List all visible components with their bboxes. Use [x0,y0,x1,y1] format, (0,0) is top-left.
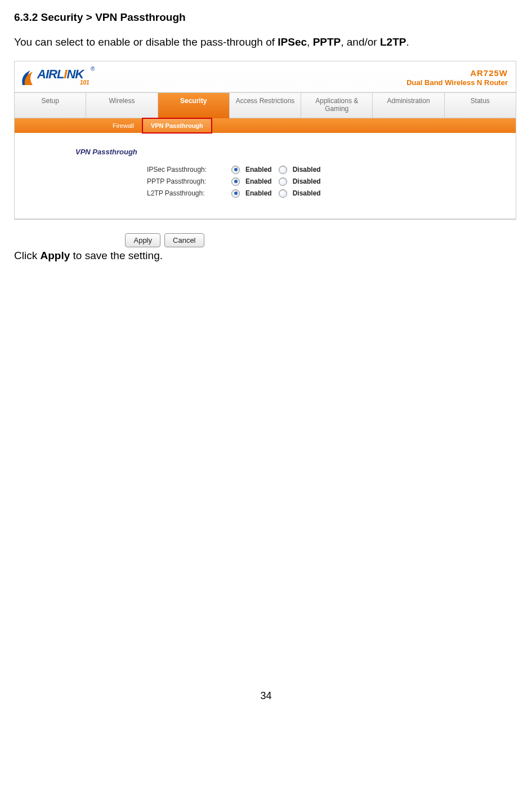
intro-l2tp: L2TP [380,36,406,48]
cancel-button[interactable]: Cancel [164,233,204,247]
main-tabs: Setup Wireless Security Access Restricti… [15,92,516,118]
radio-group-ipsec: Enabled Disabled [231,166,324,174]
radio-ipsec-disabled[interactable] [279,166,287,174]
content-area: VPN Passthrough IPSec Passthrough: Enabl… [15,133,516,219]
tab-access-restrictions[interactable]: Access Restrictions [230,93,301,118]
router-panel: AIRLINK ® 101 AR725W Dual Band Wireless … [14,61,516,220]
section-title: 6.3.2 Security > VPN Passthrough [14,11,518,24]
radio-l2tp-enabled[interactable] [231,189,240,198]
tab-status[interactable]: Status [445,93,516,118]
radio-label-l2tp-disabled: Disabled [293,189,321,197]
logo-prefix: A [37,67,46,81]
radio-label-pptp-disabled: Disabled [293,177,321,185]
outro-bold: Apply [40,250,70,261]
tab-wireless[interactable]: Wireless [86,93,158,118]
radio-group-pptp: Enabled Disabled [231,177,324,186]
radio-l2tp-disabled[interactable] [279,189,287,198]
vpn-passthrough-heading: VPN Passthrough [15,148,516,164]
logo-registered: ® [91,66,95,72]
page-number: 34 [14,690,518,702]
intro-sep1: , [307,36,313,48]
tab-security[interactable]: Security [158,93,230,118]
model-name: AR725W [406,68,508,78]
action-row: Apply Cancel [0,233,518,247]
radio-pptp-enabled[interactable] [231,177,240,186]
subtab-firewall[interactable]: Firewall [105,118,142,133]
radio-label-pptp-enabled: Enabled [245,177,272,185]
row-pptp: PPTP Passthrough: Enabled Disabled [15,176,516,188]
radio-group-l2tp: Enabled Disabled [231,189,324,198]
logo-text: AIRLINK [37,67,83,82]
intro-text: You can select to enable or disable the … [14,36,278,48]
label-pptp: PPTP Passthrough: [147,177,226,185]
radio-pptp-disabled[interactable] [279,177,287,186]
label-ipsec: IPSec Passthrough: [147,166,226,174]
intro-pptp: PPTP [313,36,341,48]
logo-mid: IRL [46,67,64,81]
intro-ipsec: IPSec [278,36,307,48]
router-header: AIRLINK ® 101 AR725W Dual Band Wireless … [15,61,516,92]
radio-label-ipsec-enabled: Enabled [245,166,272,174]
radio-ipsec-enabled[interactable] [231,166,240,174]
apply-button[interactable]: Apply [125,233,160,247]
sub-tabs: Firewall VPN Passthrough [15,118,516,133]
subtab-vpn-passthrough[interactable]: VPN Passthrough [142,118,212,134]
row-ipsec: IPSec Passthrough: Enabled Disabled [15,164,516,176]
radio-label-l2tp-enabled: Enabled [245,189,272,197]
outro-suffix: to save the setting. [70,250,163,261]
tab-administration[interactable]: Administration [373,93,444,118]
radio-label-ipsec-disabled: Disabled [293,166,321,174]
model-block: AR725W Dual Band Wireless N Router [406,68,508,87]
airlink-logo: AIRLINK ® 101 [19,65,98,91]
label-l2tp: L2TP Passthrough: [147,189,226,197]
logo-sub: 101 [80,79,90,86]
intro-paragraph: You can select to enable or disable the … [14,36,518,48]
intro-sep2: , and/or [341,36,380,48]
outro-prefix: Click [14,250,40,261]
model-desc: Dual Band Wireless N Router [406,78,508,87]
row-l2tp: L2TP Passthrough: Enabled Disabled [15,188,516,199]
intro-suffix: . [406,36,409,48]
tab-applications-gaming[interactable]: Applications & Gaming [301,93,373,118]
outro-paragraph: Click Apply to save the setting. [14,250,518,262]
tab-setup[interactable]: Setup [15,93,86,118]
